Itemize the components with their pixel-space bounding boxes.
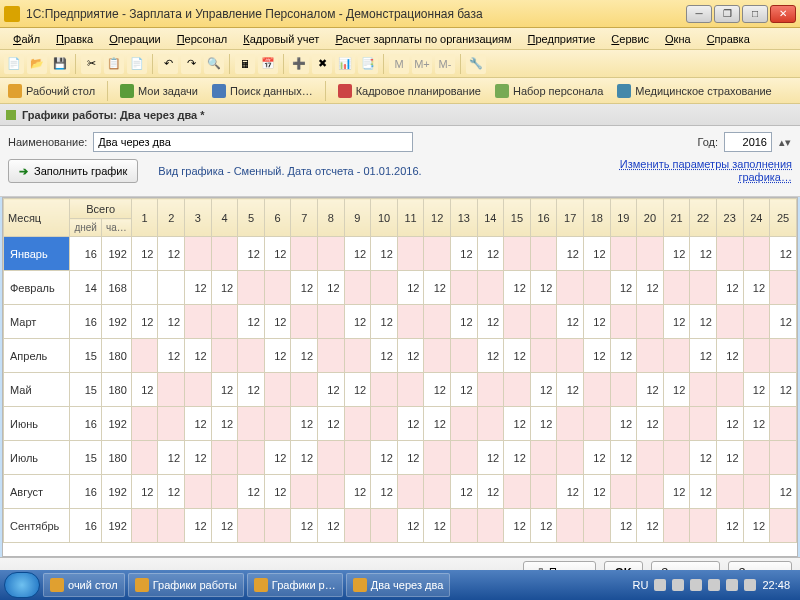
day-cell[interactable]: 12 <box>743 373 770 407</box>
day-cell[interactable]: 12 <box>371 475 398 509</box>
day-cell[interactable] <box>450 407 477 441</box>
day-cell[interactable] <box>397 475 424 509</box>
day-cell[interactable]: 12 <box>716 441 743 475</box>
day-cell[interactable] <box>238 441 265 475</box>
save-icon[interactable]: 💾 <box>50 54 70 74</box>
day-cell[interactable]: 12 <box>530 271 557 305</box>
calendar-icon[interactable]: 📅 <box>258 54 278 74</box>
day-cell[interactable] <box>450 441 477 475</box>
day-cell[interactable]: 12 <box>131 237 158 271</box>
day-cell[interactable] <box>530 475 557 509</box>
day-cell[interactable] <box>291 475 318 509</box>
day-cell[interactable]: 12 <box>663 373 690 407</box>
tray-icon[interactable] <box>690 579 702 591</box>
menu-Персонал[interactable]: Персонал <box>170 31 235 47</box>
day-cell[interactable] <box>663 407 690 441</box>
m-icon[interactable]: M <box>389 54 409 74</box>
nav-desktop[interactable]: Рабочий стол <box>4 82 99 100</box>
tool3-icon[interactable]: 📊 <box>335 54 355 74</box>
day-cell[interactable]: 12 <box>504 441 531 475</box>
menu-Правка[interactable]: Правка <box>49 31 100 47</box>
day-cell[interactable] <box>557 271 584 305</box>
day-cell[interactable]: 12 <box>211 271 238 305</box>
day-cell[interactable] <box>663 509 690 543</box>
start-button[interactable] <box>4 572 40 598</box>
day-cell[interactable]: 12 <box>158 237 185 271</box>
tray-icon[interactable] <box>744 579 756 591</box>
day-cell[interactable] <box>344 407 371 441</box>
day-cell[interactable]: 12 <box>424 271 451 305</box>
day-cell[interactable] <box>344 509 371 543</box>
month-cell[interactable]: Март <box>4 305 70 339</box>
day-cell[interactable]: 12 <box>185 441 212 475</box>
day-cell[interactable] <box>344 441 371 475</box>
menu-Сервис[interactable]: Сервис <box>604 31 656 47</box>
mplus-icon[interactable]: M+ <box>412 54 432 74</box>
day-cell[interactable]: 12 <box>158 339 185 373</box>
day-cell[interactable] <box>397 373 424 407</box>
lang-indicator[interactable]: RU <box>633 579 649 591</box>
day-cell[interactable] <box>690 407 717 441</box>
day-cell[interactable]: 12 <box>158 441 185 475</box>
day-cell[interactable]: 12 <box>264 305 291 339</box>
open-icon[interactable]: 📂 <box>27 54 47 74</box>
day-cell[interactable] <box>583 271 610 305</box>
day-cell[interactable]: 12 <box>185 271 212 305</box>
day-cell[interactable] <box>318 441 345 475</box>
day-cell[interactable]: 12 <box>743 407 770 441</box>
day-cell[interactable]: 12 <box>264 339 291 373</box>
taskbar-item[interactable]: Два через два <box>346 573 451 597</box>
day-cell[interactable]: 12 <box>397 509 424 543</box>
day-cell[interactable] <box>770 509 797 543</box>
menu-Расчет зарплаты по организациям[interactable]: Расчет зарплаты по организациям <box>328 31 518 47</box>
day-cell[interactable] <box>211 475 238 509</box>
day-cell[interactable] <box>264 271 291 305</box>
day-cell[interactable]: 12 <box>530 407 557 441</box>
day-cell[interactable] <box>344 339 371 373</box>
month-cell[interactable]: Февраль <box>4 271 70 305</box>
day-cell[interactable]: 12 <box>424 509 451 543</box>
day-cell[interactable]: 12 <box>637 271 664 305</box>
day-cell[interactable]: 12 <box>530 373 557 407</box>
day-cell[interactable] <box>504 305 531 339</box>
day-cell[interactable] <box>318 339 345 373</box>
taskbar-item[interactable]: Графики работы <box>128 573 244 597</box>
day-cell[interactable] <box>477 373 504 407</box>
day-cell[interactable] <box>743 441 770 475</box>
day-cell[interactable]: 12 <box>770 305 797 339</box>
day-cell[interactable]: 12 <box>690 441 717 475</box>
day-cell[interactable]: 12 <box>424 407 451 441</box>
day-cell[interactable]: 12 <box>185 509 212 543</box>
month-cell[interactable]: Июль <box>4 441 70 475</box>
nav-recruit[interactable]: Набор персонала <box>491 82 607 100</box>
day-cell[interactable]: 12 <box>371 237 398 271</box>
day-cell[interactable] <box>530 237 557 271</box>
day-cell[interactable] <box>716 373 743 407</box>
day-cell[interactable] <box>131 407 158 441</box>
day-cell[interactable] <box>557 441 584 475</box>
day-cell[interactable]: 12 <box>743 271 770 305</box>
tool-icon[interactable]: ➕ <box>289 54 309 74</box>
day-cell[interactable] <box>397 305 424 339</box>
name-input[interactable] <box>93 132 413 152</box>
day-cell[interactable] <box>504 373 531 407</box>
month-cell[interactable]: Май <box>4 373 70 407</box>
day-cell[interactable]: 12 <box>450 237 477 271</box>
day-cell[interactable] <box>264 373 291 407</box>
day-cell[interactable] <box>743 305 770 339</box>
tool2-icon[interactable]: ✖ <box>312 54 332 74</box>
day-cell[interactable] <box>424 237 451 271</box>
day-cell[interactable]: 12 <box>504 407 531 441</box>
month-cell[interactable]: Январь <box>4 237 70 271</box>
day-cell[interactable] <box>131 509 158 543</box>
close-button[interactable]: ✕ <box>770 5 796 23</box>
day-cell[interactable]: 12 <box>291 509 318 543</box>
day-cell[interactable]: 12 <box>318 373 345 407</box>
day-cell[interactable] <box>424 305 451 339</box>
day-cell[interactable] <box>211 237 238 271</box>
day-cell[interactable]: 12 <box>264 441 291 475</box>
day-cell[interactable] <box>185 475 212 509</box>
day-cell[interactable] <box>264 407 291 441</box>
day-cell[interactable]: 12 <box>291 271 318 305</box>
day-cell[interactable] <box>690 271 717 305</box>
